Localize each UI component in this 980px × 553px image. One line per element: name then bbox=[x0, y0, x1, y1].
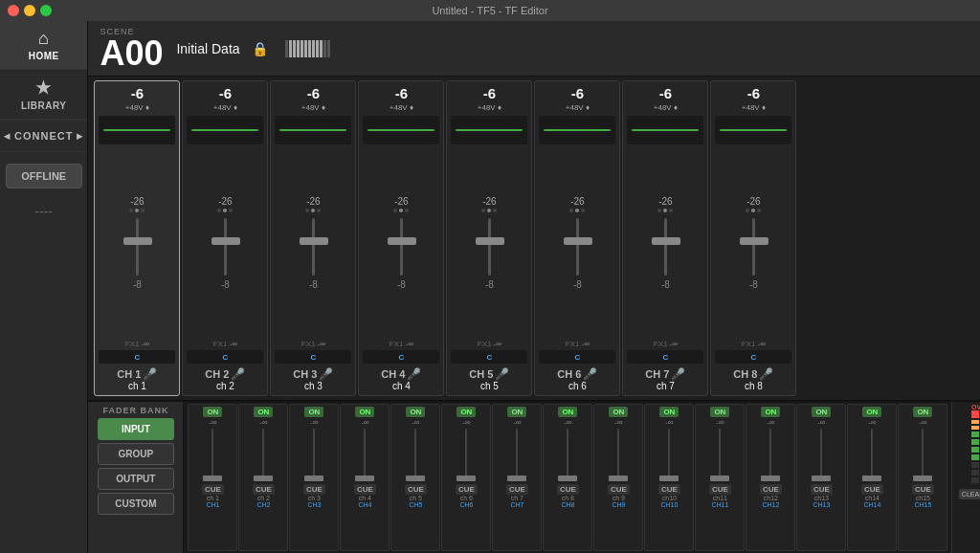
ch-fader-thumb-6[interactable] bbox=[564, 237, 592, 245]
mini-on-btn-14[interactable]: ON bbox=[862, 407, 881, 417]
ch-pan-8[interactable]: C bbox=[715, 350, 791, 364]
mini-fader-thumb-11[interactable] bbox=[710, 476, 729, 481]
channel-strip-6[interactable]: -6 +48V ♦ -26 -8 FX1 -∞ C CH 6 🎤 ch 6 bbox=[534, 80, 620, 396]
mini-on-btn-6[interactable]: ON bbox=[457, 407, 476, 417]
mini-fader-thumb-4[interactable] bbox=[355, 476, 374, 481]
fb-custom-button[interactable]: CUSTOM bbox=[98, 493, 174, 515]
mini-cue-btn-10[interactable]: CUE bbox=[658, 484, 680, 495]
mini-cue-btn-14[interactable]: CUE bbox=[861, 484, 883, 495]
sidebar-item-home[interactable]: ⌂ HOME bbox=[0, 21, 87, 70]
maximize-button[interactable] bbox=[40, 5, 52, 16]
ch-fader-track-5[interactable] bbox=[488, 218, 491, 276]
mini-fader-track-6[interactable] bbox=[465, 429, 467, 481]
mini-on-btn-10[interactable]: ON bbox=[659, 407, 679, 417]
mini-cue-btn-12[interactable]: CUE bbox=[760, 484, 782, 495]
mini-fader-thumb-14[interactable] bbox=[862, 476, 881, 481]
mini-channel-15[interactable]: ON -∞ CUE ch15 CH15 bbox=[898, 404, 947, 551]
mini-channel-6[interactable]: ON -∞ CUE ch 6 CH6 bbox=[441, 404, 491, 551]
mini-cue-btn-7[interactable]: CUE bbox=[506, 484, 528, 495]
mini-cue-btn-1[interactable]: CUE bbox=[202, 484, 224, 495]
mini-cue-btn-13[interactable]: CUE bbox=[811, 484, 833, 495]
ch-pan-7[interactable]: C bbox=[627, 350, 703, 364]
ch-fader-thumb-8[interactable] bbox=[740, 237, 768, 245]
mini-fader-track-4[interactable] bbox=[364, 429, 366, 481]
mini-fader-track-11[interactable] bbox=[719, 429, 721, 481]
ch-pan-3[interactable]: C bbox=[275, 350, 351, 364]
mini-cue-btn-4[interactable]: CUE bbox=[354, 484, 376, 495]
mini-on-btn-13[interactable]: ON bbox=[812, 407, 831, 417]
mini-fader-thumb-13[interactable] bbox=[812, 476, 831, 481]
fb-output-button[interactable]: OUTPUT bbox=[98, 468, 174, 490]
ch-pan-2[interactable]: C bbox=[187, 350, 263, 364]
ch-fader-thumb-7[interactable] bbox=[652, 237, 680, 245]
mini-fader-track-15[interactable] bbox=[922, 429, 924, 481]
mini-fader-thumb-1[interactable] bbox=[203, 476, 222, 481]
mini-channel-10[interactable]: ON -∞ CUE ch10 CH10 bbox=[644, 404, 694, 551]
ch-fader-track-4[interactable] bbox=[400, 218, 403, 276]
mini-fader-track-5[interactable] bbox=[414, 429, 416, 481]
mini-channel-3[interactable]: ON -∞ CUE ch 3 CH3 bbox=[289, 404, 339, 551]
fb-group-button[interactable]: GROUP bbox=[98, 443, 174, 465]
ch-fader-track-2[interactable] bbox=[224, 218, 227, 276]
mini-fader-thumb-9[interactable] bbox=[609, 476, 628, 481]
ch-eq-6[interactable] bbox=[539, 116, 615, 144]
mini-cue-btn-11[interactable]: CUE bbox=[709, 484, 731, 495]
mini-on-btn-15[interactable]: ON bbox=[913, 407, 932, 417]
mini-on-btn-12[interactable]: ON bbox=[761, 407, 780, 417]
ch-eq-8[interactable] bbox=[715, 116, 791, 144]
mini-on-btn-11[interactable]: ON bbox=[710, 407, 729, 417]
mini-on-btn-8[interactable]: ON bbox=[558, 407, 577, 417]
ch-fader-thumb-3[interactable] bbox=[300, 237, 328, 245]
mini-fader-thumb-6[interactable] bbox=[457, 476, 476, 481]
fb-input-button[interactable]: INPUT bbox=[98, 418, 174, 440]
ch-fader-track-3[interactable] bbox=[312, 218, 315, 276]
mini-fader-track-8[interactable] bbox=[567, 429, 568, 481]
mini-fader-track-12[interactable] bbox=[769, 429, 771, 481]
mini-cue-btn-5[interactable]: CUE bbox=[405, 484, 427, 495]
sidebar-item-connect[interactable]: ◀ CONNECT ▶ bbox=[0, 120, 87, 152]
sidebar-item-library[interactable]: ★ LIBRARY bbox=[0, 70, 87, 120]
offline-button[interactable]: OFFLINE bbox=[6, 164, 82, 188]
ch-fader-thumb-2[interactable] bbox=[212, 237, 240, 245]
mini-on-btn-4[interactable]: ON bbox=[355, 407, 374, 417]
mini-on-btn-3[interactable]: ON bbox=[304, 407, 323, 417]
ch-pan-1[interactable]: C bbox=[99, 350, 175, 364]
mini-fader-thumb-12[interactable] bbox=[761, 476, 780, 481]
minimize-button[interactable] bbox=[24, 5, 35, 16]
channel-strip-2[interactable]: -6 +48V ♦ -26 -8 FX1 -∞ C CH 2 🎤 ch 2 bbox=[182, 80, 268, 396]
ch-fader-thumb-4[interactable] bbox=[388, 237, 416, 245]
mini-fader-thumb-15[interactable] bbox=[913, 476, 932, 481]
mini-on-btn-2[interactable]: ON bbox=[254, 407, 273, 417]
mini-fader-track-10[interactable] bbox=[668, 429, 670, 481]
ch-pan-5[interactable]: C bbox=[451, 350, 527, 364]
mini-channel-4[interactable]: ON -∞ CUE ch 4 CH4 bbox=[340, 404, 390, 551]
mini-channel-9[interactable]: ON -∞ CUE ch 9 CH9 bbox=[593, 404, 643, 551]
ch-eq-5[interactable] bbox=[451, 116, 527, 144]
mini-cue-btn-15[interactable]: CUE bbox=[912, 484, 934, 495]
ch-fader-track-1[interactable] bbox=[136, 218, 139, 276]
mini-fader-track-13[interactable] bbox=[820, 429, 822, 481]
mini-fader-thumb-10[interactable] bbox=[659, 476, 679, 481]
ch-fader-track-7[interactable] bbox=[664, 218, 667, 276]
mini-fader-thumb-2[interactable] bbox=[254, 476, 273, 481]
mini-fader-track-1[interactable] bbox=[212, 429, 213, 481]
mini-cue-btn-9[interactable]: CUE bbox=[608, 484, 630, 495]
channel-strip-4[interactable]: -6 +48V ♦ -26 -8 FX1 -∞ C CH 4 🎤 ch 4 bbox=[358, 80, 444, 396]
mini-fader-thumb-8[interactable] bbox=[558, 476, 577, 481]
channel-strip-1[interactable]: -6 +48V ♦ -26 -8 FX1 -∞ C CH 1 🎤 ch 1 bbox=[94, 80, 180, 396]
ch-eq-2[interactable] bbox=[187, 116, 263, 144]
mini-channel-5[interactable]: ON -∞ CUE ch 5 CH5 bbox=[390, 404, 440, 551]
clear-cue-button[interactable]: CLEAR CUE bbox=[959, 489, 980, 499]
mini-cue-btn-3[interactable]: CUE bbox=[303, 484, 325, 495]
ch-fader-track-6[interactable] bbox=[576, 218, 579, 276]
mini-on-btn-7[interactable]: ON bbox=[507, 407, 526, 417]
mini-channel-14[interactable]: ON -∞ CUE ch14 CH14 bbox=[847, 404, 897, 551]
mini-on-btn-5[interactable]: ON bbox=[406, 407, 425, 417]
ch-eq-7[interactable] bbox=[627, 116, 703, 144]
mini-cue-btn-6[interactable]: CUE bbox=[456, 484, 478, 495]
mini-cue-btn-8[interactable]: CUE bbox=[557, 484, 579, 495]
mini-on-btn-1[interactable]: ON bbox=[203, 407, 222, 417]
mini-fader-track-9[interactable] bbox=[617, 429, 619, 481]
ch-eq-4[interactable] bbox=[363, 116, 439, 144]
ch-fader-thumb-1[interactable] bbox=[123, 237, 152, 245]
